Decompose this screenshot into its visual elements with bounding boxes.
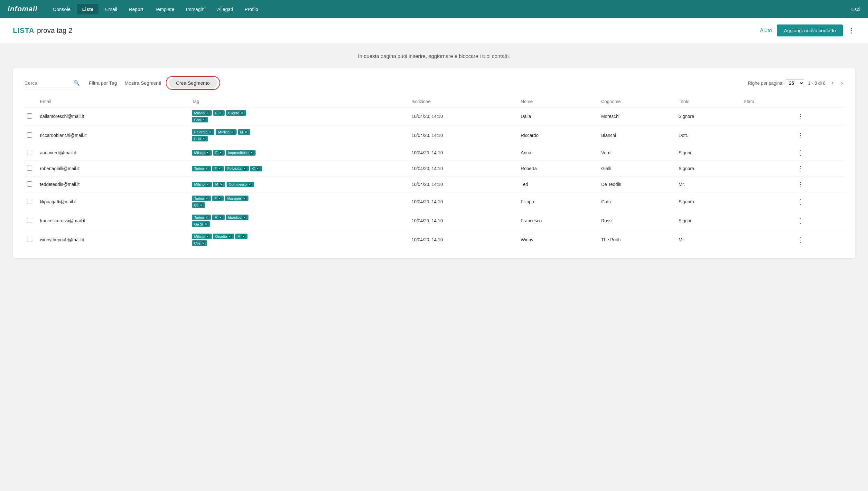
row-checkbox[interactable] <box>27 181 32 186</box>
tag-chip: F✕ <box>212 196 224 201</box>
tag-remove[interactable]: ✕ <box>199 203 204 207</box>
tag-remove[interactable]: ✕ <box>219 182 223 186</box>
tag-remove[interactable]: ✕ <box>242 215 247 220</box>
row-checkbox[interactable] <box>27 218 32 223</box>
row-nome: Ted <box>517 177 597 192</box>
nav-item-liste[interactable]: Liste <box>77 4 98 15</box>
row-checkbox[interactable] <box>27 113 32 119</box>
tag-chip: M✕ <box>213 182 225 187</box>
aiuto-button[interactable]: Aiuto <box>760 28 772 33</box>
row-tags: Milano✕F✕Imprenditrice✕ <box>188 145 407 161</box>
tag-remove[interactable]: ✕ <box>205 167 209 171</box>
row-more-button[interactable]: ⋮ <box>795 131 806 140</box>
tag-remove[interactable]: ✕ <box>240 111 244 115</box>
exit-button[interactable]: Esci <box>851 6 860 12</box>
nav-item-console[interactable]: Console <box>48 4 75 15</box>
table-row: francescorossi@mail.itTorino✕M✕Idraulico… <box>23 211 845 230</box>
row-actions-cell: ⋮ <box>791 211 845 230</box>
row-more-button[interactable]: ⋮ <box>795 112 806 121</box>
tag-chip: M✕ <box>212 214 224 220</box>
nav-item-profilo[interactable]: Profilo <box>240 4 264 15</box>
tag-remove[interactable]: ✕ <box>242 196 247 200</box>
search-input[interactable] <box>23 78 81 88</box>
tag-remove[interactable]: ✕ <box>208 130 212 134</box>
tag-remove[interactable]: ✕ <box>206 182 210 186</box>
tag-remove[interactable]: ✕ <box>202 118 206 122</box>
tag-remove[interactable]: ✕ <box>206 151 210 155</box>
tag-remove[interactable]: ✕ <box>244 130 248 134</box>
nav-item-template[interactable]: Template <box>150 4 180 15</box>
row-checkbox[interactable] <box>27 166 32 171</box>
tag-chip: Idraulico✕ <box>226 214 249 220</box>
row-cognome: Gatti <box>597 192 675 211</box>
tag-remove[interactable]: ✕ <box>248 182 252 186</box>
row-more-button[interactable]: ⋮ <box>795 180 806 189</box>
tag-chip: Orsetto✕ <box>213 234 234 239</box>
row-more-button[interactable]: ⋮ <box>795 197 806 206</box>
rows-select[interactable]: 25 50 100 <box>785 79 804 87</box>
crea-segmento-button[interactable]: Crea Segmento <box>169 77 217 89</box>
tag-remove[interactable]: ✕ <box>206 111 210 115</box>
filtra-tag-link[interactable]: Filtra per Tag <box>89 80 117 86</box>
tag-remove[interactable]: ✕ <box>219 151 223 155</box>
tag-remove[interactable]: ✕ <box>243 167 247 171</box>
row-titolo: Signor <box>675 145 740 161</box>
tag-remove[interactable]: ✕ <box>230 130 235 134</box>
row-nome: Francesco <box>517 211 597 230</box>
table-row: riccardobianchi@mail.itPalermo✕Medico✕M✕… <box>23 126 845 145</box>
tag-remove[interactable]: ✕ <box>201 241 205 245</box>
tag-chip: F✕ <box>212 166 224 171</box>
tag-remove[interactable]: ✕ <box>249 151 254 155</box>
tag-remove[interactable]: ✕ <box>206 234 210 238</box>
nav-item-immagini[interactable]: Immagini <box>181 4 211 15</box>
row-cognome: Bianchi <box>597 126 675 145</box>
prev-page-button[interactable]: ‹ <box>829 79 835 87</box>
tag-remove[interactable]: ✕ <box>205 196 209 200</box>
row-cognome: Rossi <box>597 211 675 230</box>
nav-item-report[interactable]: Report <box>124 4 148 15</box>
tag-remove[interactable]: ✕ <box>228 234 232 238</box>
row-more-button[interactable]: ⋮ <box>795 216 806 225</box>
tag-remove[interactable]: ✕ <box>204 222 208 226</box>
tag-remove[interactable]: ✕ <box>256 167 260 171</box>
row-checkbox[interactable] <box>27 133 32 138</box>
row-titolo: Signora <box>675 161 740 177</box>
row-tags: Milano✕M✕Commesso✕ <box>188 177 407 192</box>
row-tags: Torino✕F✕Poliziotta✕C✕ <box>188 161 407 177</box>
tag-chip: Torino✕ <box>192 214 211 220</box>
tag-remove[interactable]: ✕ <box>218 196 222 200</box>
tag-remove[interactable]: ✕ <box>202 137 206 141</box>
header-more-button[interactable]: ⋮ <box>848 26 855 35</box>
tag-chip: Poliziotta✕ <box>225 166 249 171</box>
row-more-button[interactable]: ⋮ <box>795 148 806 157</box>
tag-remove[interactable]: ✕ <box>241 234 246 238</box>
row-titolo: Mr. <box>675 177 740 192</box>
row-actions-cell: ⋮ <box>791 230 845 249</box>
tag-remove[interactable]: ✕ <box>205 215 209 220</box>
nav-item-email[interactable]: Email <box>100 4 122 15</box>
tag-chip: Torino✕ <box>192 196 211 201</box>
row-actions-cell: ⋮ <box>791 145 845 161</box>
page-title-wrap: LISTA prova tag 2 <box>13 26 72 35</box>
row-iscrizione: 10/04/20, 14:10 <box>408 107 517 126</box>
tag-chip: Cliente✕ <box>226 110 246 116</box>
tag-remove[interactable]: ✕ <box>219 215 223 220</box>
row-checkbox[interactable] <box>27 199 32 204</box>
row-checkbox[interactable] <box>27 237 32 242</box>
row-cognome: De Teddis <box>597 177 675 192</box>
tag-remove[interactable]: ✕ <box>218 167 222 171</box>
pagination-text: 1 - 8 di 8 <box>808 81 826 86</box>
next-page-button[interactable]: › <box>839 79 845 87</box>
mostra-segmenti-link[interactable]: Mostra Segmenti <box>125 80 161 86</box>
row-more-button[interactable]: ⋮ <box>795 235 806 244</box>
aggiungi-button[interactable]: Aggiungi nuovo contatto <box>777 25 843 36</box>
tag-remove[interactable]: ✕ <box>219 111 223 115</box>
row-email: filippagatti@mail.it <box>36 192 188 211</box>
pagination-wrap: Righe per pagina: 25 50 100 1 - 8 di 8 ‹… <box>748 79 845 87</box>
tag-chip: Torino✕ <box>192 166 211 171</box>
tag-chip: Medico✕ <box>216 129 236 135</box>
row-more-button[interactable]: ⋮ <box>795 164 806 173</box>
row-checkbox[interactable] <box>27 150 32 155</box>
nav-item-allegati[interactable]: Allegati <box>212 4 238 15</box>
rows-select-wrap: Righe per pagina: 25 50 100 <box>748 79 804 87</box>
